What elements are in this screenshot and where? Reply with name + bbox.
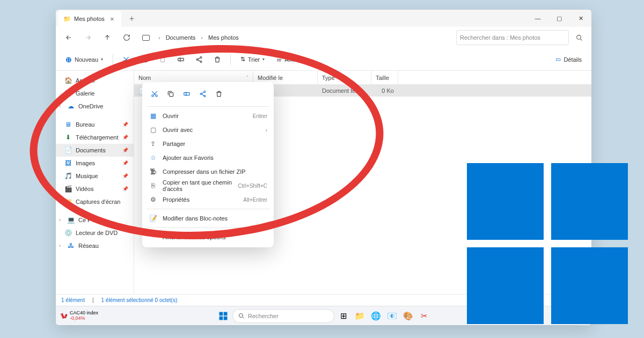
search-input[interactable]: Rechercher dans : Mes photos bbox=[456, 30, 569, 45]
ctx-delete-button[interactable] bbox=[212, 87, 226, 101]
outlook-taskbar-icon[interactable]: 📧 bbox=[385, 309, 399, 323]
edge-taskbar-icon[interactable]: 🌐 bbox=[369, 309, 383, 323]
sidebar-item-dvd[interactable]: 💿Lecteur de DVD bbox=[56, 226, 134, 239]
images-icon: 🖼 bbox=[64, 159, 72, 167]
desktop-icon: 🖥 bbox=[64, 121, 72, 128]
maximize-button[interactable]: ▢ bbox=[548, 10, 570, 27]
ctx-label: Copier en tant que chemin d'accès bbox=[163, 179, 233, 192]
sort-label: Trier bbox=[248, 56, 260, 63]
share-button[interactable] bbox=[192, 52, 207, 67]
breadcrumb-root[interactable]: Documents bbox=[164, 33, 197, 42]
chevron-right-icon: › bbox=[59, 104, 63, 109]
ctx-cut-button[interactable] bbox=[148, 87, 162, 101]
taskbar-search[interactable]: Rechercher bbox=[232, 309, 334, 323]
chevron-right-icon: › bbox=[59, 217, 63, 223]
sort-button[interactable]: ⇅ Trier ▾ bbox=[236, 52, 269, 68]
breadcrumb-current[interactable]: Mes photos bbox=[207, 33, 240, 42]
delete-button[interactable] bbox=[210, 52, 225, 67]
chevron-right-icon: › bbox=[266, 127, 267, 133]
new-button[interactable]: ⊕ Nouveau ▾ bbox=[61, 52, 107, 68]
ctx-label: Partager bbox=[163, 141, 267, 147]
info-icon: ▭ bbox=[555, 56, 561, 63]
up-button[interactable] bbox=[99, 29, 116, 46]
new-tab-button[interactable]: ＋ bbox=[121, 13, 142, 24]
sidebar-item-music[interactable]: 🎵Musique📌 bbox=[56, 170, 134, 182]
cut-button[interactable] bbox=[119, 52, 134, 67]
ctx-properties[interactable]: ⚙PropriétésAlt+Entrer bbox=[142, 193, 274, 207]
column-type[interactable]: Type bbox=[318, 71, 371, 84]
ctx-share[interactable]: ⇪Partager bbox=[142, 137, 274, 151]
music-icon: 🎵 bbox=[64, 172, 72, 180]
sidebar-item-onedrive[interactable]: ›☁OneDrive bbox=[56, 100, 134, 113]
refresh-button[interactable] bbox=[118, 29, 135, 46]
sidebar-item-label: Vidéos bbox=[76, 186, 93, 192]
context-quick-actions bbox=[142, 85, 274, 104]
pc-icon[interactable] bbox=[137, 29, 155, 46]
search-icon[interactable] bbox=[571, 30, 587, 45]
sidebar-item-pc[interactable]: ›💻Ce PC bbox=[56, 214, 134, 226]
chevron-right-icon: › bbox=[59, 243, 63, 248]
videos-icon: 🎬 bbox=[64, 185, 72, 193]
paint-taskbar-icon[interactable]: 🎨 bbox=[401, 309, 415, 323]
windows-logo bbox=[467, 163, 628, 324]
svg-rect-17 bbox=[170, 93, 173, 97]
view-button[interactable]: ☰ Afficher ▾ bbox=[272, 52, 313, 68]
explorer-taskbar-icon[interactable]: 📁 bbox=[353, 309, 367, 323]
sidebar-item-desktop[interactable]: 🖥Bureau📌 bbox=[56, 118, 134, 131]
sidebar-item-videos[interactable]: 🎬Vidéos📌 bbox=[56, 182, 134, 195]
open-icon: ▦ bbox=[149, 112, 157, 120]
gallery-icon: 🖼 bbox=[64, 90, 72, 97]
paste-button[interactable] bbox=[155, 52, 170, 67]
chevron-down-icon: ▾ bbox=[262, 57, 265, 62]
ctx-more-options[interactable]: Afficher d'autres options bbox=[142, 230, 274, 244]
ctx-rename-button[interactable] bbox=[180, 87, 194, 101]
search-placeholder: Rechercher dans : Mes photos bbox=[460, 34, 540, 41]
column-size[interactable]: Taille bbox=[371, 71, 398, 84]
pin-icon: 📌 bbox=[122, 122, 128, 127]
sidebar-item-images[interactable]: 🖼Images📌 bbox=[56, 157, 134, 170]
details-button[interactable]: ▭ Détails bbox=[551, 52, 586, 68]
ctx-zip[interactable]: 🗜Compresser dans un fichier ZIP bbox=[142, 165, 274, 179]
snip-taskbar-icon[interactable]: ✂ bbox=[417, 309, 431, 323]
ctx-copy-button[interactable] bbox=[164, 87, 178, 101]
svg-rect-11 bbox=[224, 312, 228, 315]
cell-size: 0 Ko bbox=[371, 87, 398, 94]
ctx-open[interactable]: ▦OuvrirEntrer bbox=[142, 109, 274, 123]
back-button[interactable] bbox=[60, 29, 77, 46]
svg-rect-6 bbox=[178, 58, 184, 61]
network-icon: 🖧 bbox=[67, 242, 75, 249]
close-button[interactable]: ✕ bbox=[570, 10, 591, 27]
copy-button[interactable] bbox=[137, 52, 152, 67]
sidebar-item-documents[interactable]: 📄Documents📌 bbox=[56, 144, 134, 157]
ctx-copy-path[interactable]: ⎘Copier en tant que chemin d'accèsCtrl+S… bbox=[142, 179, 274, 193]
taskbar-search-placeholder: Rechercher bbox=[248, 313, 279, 319]
forward-button[interactable] bbox=[79, 29, 97, 46]
close-tab-button[interactable]: × bbox=[108, 15, 116, 23]
column-label: Modifié le bbox=[258, 75, 283, 81]
new-label: Nouveau bbox=[75, 56, 98, 63]
sidebar-item-home[interactable]: 🏠Accueil bbox=[56, 74, 134, 87]
sidebar-item-downloads[interactable]: ⬇Téléchargement📌 bbox=[56, 131, 134, 144]
svg-point-1 bbox=[123, 60, 126, 62]
sidebar-item-network[interactable]: ›🖧Réseau bbox=[56, 239, 134, 252]
sort-icon: ⇅ bbox=[240, 56, 245, 63]
start-button[interactable] bbox=[216, 309, 230, 323]
ctx-open-with[interactable]: ▢Ouvrir avec› bbox=[142, 123, 274, 137]
navbar: › Documents › Mes photos Rechercher dans… bbox=[56, 27, 591, 48]
taskbar-center: Rechercher ⊞ 📁 🌐 📧 🎨 ✂ bbox=[216, 309, 431, 323]
sidebar-item-label: Documents bbox=[76, 147, 106, 153]
minimize-button[interactable]: — bbox=[527, 10, 548, 27]
folder-icon: 📁 bbox=[64, 198, 72, 205]
sidebar-item-captures[interactable]: 📁Captures d'écran bbox=[56, 195, 134, 208]
task-view-button[interactable]: ⊞ bbox=[336, 309, 350, 323]
ctx-share-button[interactable] bbox=[196, 87, 210, 101]
ctx-favorites[interactable]: ☆Ajouter aux Favoris bbox=[142, 151, 274, 165]
divider bbox=[113, 54, 113, 65]
tab-current[interactable]: 📁 Mes photos × bbox=[58, 11, 121, 27]
sidebar-item-gallery[interactable]: 🖼Galerie bbox=[56, 87, 134, 100]
ctx-notepad[interactable]: 📝Modifier dans Bloc-notes bbox=[142, 211, 274, 225]
status-count: 1 élément bbox=[61, 297, 85, 303]
ctx-label: Ouvrir avec bbox=[163, 127, 260, 133]
rename-button[interactable] bbox=[173, 52, 188, 67]
stock-widget[interactable]: CAC40 index -0,04% bbox=[70, 311, 98, 321]
